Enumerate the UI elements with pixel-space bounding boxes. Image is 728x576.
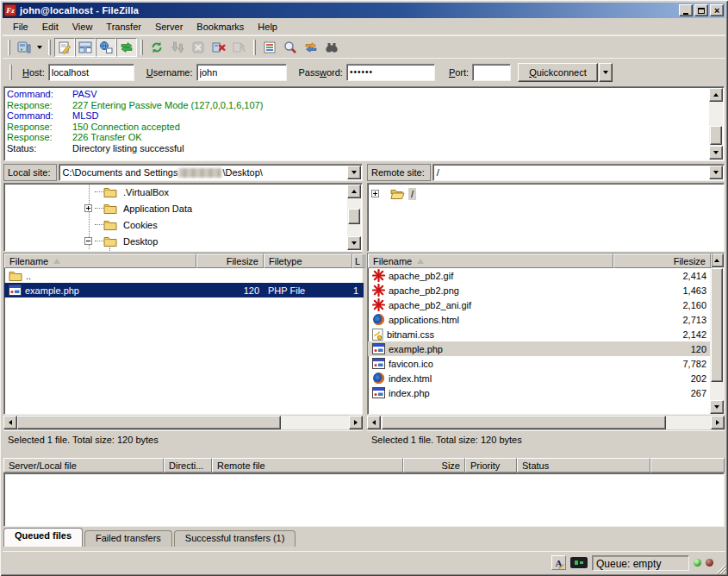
tree-item[interactable]: Application Data xyxy=(4,200,362,216)
queue-tab[interactable]: Failed transfers xyxy=(84,530,172,547)
local-horizontal-scrollbar[interactable] xyxy=(3,416,363,429)
toggle-remote-tree-button[interactable] xyxy=(96,38,116,57)
queue-tab[interactable]: Successful transfers (1) xyxy=(174,530,296,547)
scroll-down-button[interactable] xyxy=(709,146,723,160)
remote-path-combobox[interactable]: / xyxy=(432,164,725,181)
close-button[interactable]: × xyxy=(710,4,724,16)
column-header[interactable]: Filesize xyxy=(196,254,264,268)
maximize-button[interactable] xyxy=(694,4,708,16)
column-header[interactable]: Size xyxy=(403,458,465,473)
site-manager-button[interactable] xyxy=(14,38,34,57)
menu-item[interactable]: Help xyxy=(251,20,284,34)
disconnect-button[interactable] xyxy=(208,38,229,57)
scroll-thumb[interactable] xyxy=(382,416,666,429)
menu-item[interactable]: Bookmarks xyxy=(190,20,251,34)
file-row[interactable]: apache_pb2_ani.gif 2,160 xyxy=(368,297,711,312)
quickconnect-dropdown[interactable] xyxy=(599,63,613,82)
speed-limits-icon[interactable] xyxy=(570,557,588,568)
resize-grip[interactable] xyxy=(715,563,726,574)
file-row[interactable]: bitnami.css 2,142 xyxy=(368,327,711,341)
menu-item[interactable]: View xyxy=(65,20,100,34)
tree-connector xyxy=(382,193,390,194)
file-row[interactable]: apache_pb2.png 1,463 xyxy=(368,283,711,297)
column-header[interactable]: Server/Local file xyxy=(3,458,164,473)
queue-tab[interactable]: Queued files xyxy=(3,528,83,547)
scroll-left-button[interactable] xyxy=(3,416,17,429)
quickbar-grip[interactable] xyxy=(9,65,12,80)
quickconnect-button[interactable]: Quickconnect xyxy=(518,63,598,82)
toggle-message-log-button[interactable] xyxy=(54,38,75,57)
filter-button[interactable] xyxy=(259,38,280,57)
tree-item[interactable]: .VirtualBox xyxy=(4,184,362,200)
scroll-right-button[interactable] xyxy=(349,416,363,429)
toggle-local-tree-button[interactable] xyxy=(75,38,96,57)
local-path-dropdown[interactable] xyxy=(347,166,361,179)
site-manager-dropdown[interactable] xyxy=(34,38,45,57)
username-input[interactable] xyxy=(196,64,287,81)
file-row[interactable]: example.php 120 xyxy=(368,341,711,356)
local-tree-scrollbar[interactable] xyxy=(347,185,361,250)
minimize-button[interactable] xyxy=(679,4,693,16)
port-input[interactable] xyxy=(472,64,511,81)
file-size: 120 xyxy=(613,344,711,354)
file-row[interactable]: example.php 120 PHP File 1 xyxy=(4,283,364,297)
file-row[interactable]: index.html 202 xyxy=(368,371,711,385)
reconnect-button[interactable] xyxy=(229,38,250,57)
data-type-icon[interactable]: A xyxy=(551,555,566,570)
scroll-thumb[interactable] xyxy=(348,209,360,224)
menu-item[interactable]: Edit xyxy=(35,20,65,34)
column-header[interactable]: Remote file xyxy=(212,458,403,473)
binoculars-icon xyxy=(325,41,339,54)
password-input[interactable] xyxy=(346,64,435,81)
title-bar[interactable]: Fz john@localhost - FileZilla × xyxy=(3,3,725,18)
scroll-thumb[interactable] xyxy=(17,416,281,429)
column-header[interactable]: Filename xyxy=(368,254,613,268)
find-files-button[interactable] xyxy=(321,38,342,57)
menu-item[interactable]: Transfer xyxy=(99,20,148,34)
column-header[interactable]: Status xyxy=(517,458,650,473)
file-row[interactable]: .. xyxy=(4,268,364,283)
menu-item[interactable]: File xyxy=(6,20,35,34)
column-header[interactable]: Filetype xyxy=(264,254,352,268)
remote-tree-icon xyxy=(99,41,113,54)
column-header[interactable]: Filesize xyxy=(613,254,711,268)
cancel-operation-button[interactable] xyxy=(188,38,208,57)
remote-horizontal-scrollbar[interactable] xyxy=(367,416,725,429)
local-site-label: Local site: xyxy=(3,164,57,181)
column-header[interactable]: L xyxy=(352,254,364,268)
column-header[interactable]: Priority xyxy=(465,458,517,473)
column-header[interactable]: Filename xyxy=(4,254,196,268)
process-queue-button[interactable] xyxy=(167,38,188,57)
log-vertical-scrollbar[interactable] xyxy=(709,88,723,160)
scroll-up-button[interactable] xyxy=(709,88,723,102)
scroll-down-button[interactable] xyxy=(347,236,361,250)
scroll-left-button[interactable] xyxy=(367,416,381,429)
tree-expander-icon[interactable] xyxy=(84,237,92,245)
local-path-combobox[interactable]: C:\Documents and Settings\Desktop\ xyxy=(59,164,363,181)
remote-list-scrollbar[interactable] xyxy=(710,254,724,414)
toggle-transfer-queue-button[interactable] xyxy=(116,38,137,57)
toolbar-grip[interactable] xyxy=(8,40,10,55)
tree-item[interactable]: Cookies xyxy=(4,216,362,233)
file-row[interactable]: applications.html 2,713 xyxy=(368,312,711,327)
scroll-thumb[interactable] xyxy=(711,268,723,382)
filter-icon xyxy=(263,41,277,54)
synchronized-browsing-button[interactable] xyxy=(301,38,321,57)
tree-expander-icon[interactable] xyxy=(371,190,379,197)
scroll-right-button[interactable] xyxy=(711,416,725,429)
directory-comparison-button[interactable] xyxy=(280,38,301,57)
refresh-button[interactable] xyxy=(146,38,167,57)
column-header[interactable]: Directi... xyxy=(164,458,212,473)
file-row[interactable]: favicon.ico 7,782 xyxy=(368,356,711,371)
remote-path-dropdown[interactable] xyxy=(709,166,723,179)
host-input[interactable] xyxy=(48,64,134,81)
scroll-thumb[interactable] xyxy=(710,126,722,145)
menu-item[interactable]: Server xyxy=(148,20,190,34)
file-row[interactable]: index.php 267 xyxy=(368,385,711,400)
scroll-down-button[interactable] xyxy=(710,400,724,414)
file-row[interactable]: apache_pb2.gif 2,414 xyxy=(368,268,711,283)
tree-item[interactable]: / xyxy=(368,185,724,202)
scroll-up-button[interactable] xyxy=(347,185,361,198)
tree-expander-icon[interactable] xyxy=(84,204,92,212)
tree-item[interactable]: Desktop xyxy=(4,233,362,249)
